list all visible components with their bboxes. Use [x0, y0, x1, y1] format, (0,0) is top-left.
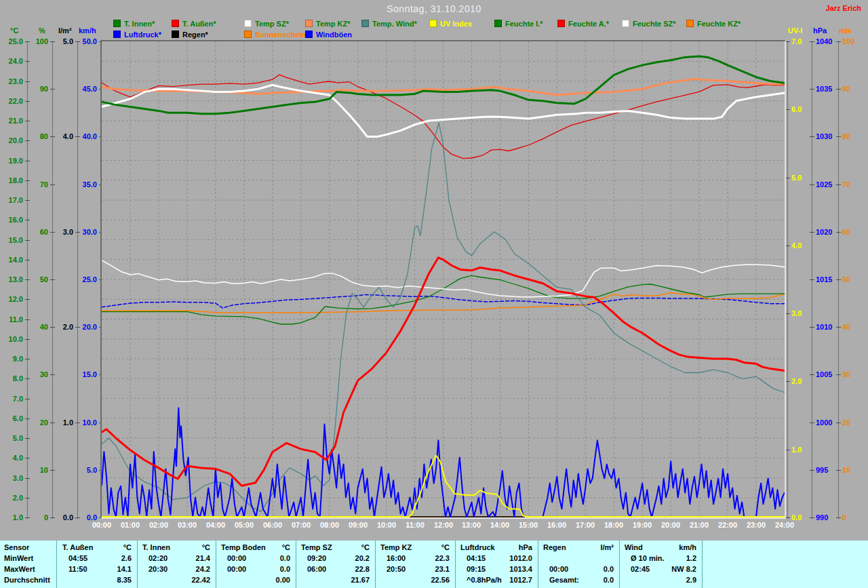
axis-tick	[810, 470, 814, 471]
tick-label-l-m: 5.0	[50, 37, 73, 45]
tick-label-: 40	[25, 323, 48, 331]
tick-label-hpa: 1040	[816, 37, 832, 45]
legend-swatch-uv-index	[429, 20, 437, 27]
x-tick-label: 23:00	[741, 521, 772, 529]
x-tick-label: 05:00	[229, 521, 260, 529]
legend-swatch-temp-sz	[244, 20, 252, 27]
axis-tick	[810, 136, 814, 137]
stat-cell: 20.2	[355, 553, 370, 563]
stat-cell: 06:00	[307, 564, 326, 574]
stat-cell: 23.1	[435, 564, 450, 574]
stat-cell: 11:50	[68, 564, 87, 574]
tick-label-hpa: 1030	[816, 132, 832, 140]
axis-tick	[836, 232, 841, 233]
legend-item-regen: Regen*	[172, 31, 208, 39]
stat-cell: Temp Boden	[221, 543, 266, 552]
tick-label-uv-i: 4.0	[791, 241, 802, 250]
tick-label-km-h: 25.0	[74, 275, 97, 283]
tick-label-: 50	[25, 275, 48, 283]
tick-label-: 80	[25, 132, 48, 140]
stat-cell: 09:20	[307, 553, 326, 563]
stat-cell: 0.0	[604, 575, 614, 585]
axis-tick	[50, 374, 55, 375]
stat-cell: °C	[202, 543, 210, 552]
stats-table: SensorMinWertMaxWertDurchschnittT. Außen…	[0, 541, 868, 588]
legend-item-feuchte-sz: Feuchte SZ*	[622, 20, 676, 28]
axis-tick	[810, 423, 814, 423]
axis-tick	[25, 339, 30, 340]
stat-cell: Regen	[543, 543, 566, 552]
tick-label-c: 25.0	[0, 37, 23, 45]
stat-cell: 04:15	[467, 553, 486, 563]
stat-cell: 00:00	[227, 553, 246, 563]
axis-tick	[25, 399, 30, 399]
stat-cell: Gesamt:	[549, 575, 579, 585]
axis-tick	[785, 109, 790, 110]
chart-canvas	[102, 41, 785, 517]
tick-label-min: 30	[842, 370, 850, 378]
axis-tick	[25, 299, 30, 300]
tick-label-c: 16.0	[0, 216, 23, 224]
author-label: Jarz Erich	[825, 4, 861, 12]
tick-label-min: 100	[842, 37, 854, 45]
legend-label: Temp SZ*	[255, 20, 289, 28]
tick-label-: 0	[25, 513, 48, 522]
tick-label-hpa: 1035	[816, 85, 832, 93]
legend-label: Feuchte A.*	[568, 20, 609, 28]
tick-label-hpa: 1000	[816, 418, 832, 427]
stats-col-regen: Regenl/m²00:000.0Gesamt:0.0	[538, 541, 620, 588]
tick-label-: 100	[25, 37, 48, 45]
axis-tick	[785, 517, 790, 518]
axis-tick	[25, 121, 30, 121]
legend-item-feuchte-kz: Feuchte KZ*	[686, 20, 741, 28]
axis-tick	[25, 220, 30, 220]
legend-item-uv-index: UV Index	[429, 20, 472, 28]
stat-cell: Ø 10 min.	[631, 553, 665, 563]
stat-cell: ^0.8hPa/h	[467, 575, 502, 585]
stat-cell: 21.4	[196, 553, 210, 563]
tick-label-c: 12.0	[0, 295, 23, 303]
stats-col-wind: Windkm/hØ 10 min.1.202:45NW 8.22.9	[620, 541, 703, 588]
stat-cell: Temp KZ	[380, 543, 412, 552]
tick-label-hpa: 1005	[816, 370, 832, 378]
stat-cell: hPa	[519, 543, 532, 552]
tick-label-: 20	[25, 418, 48, 427]
stat-cell: 1013.4	[509, 564, 532, 574]
stat-cell: 0.0	[280, 553, 290, 563]
axis-unit-hpa: hPa	[813, 26, 827, 35]
axis-tick	[836, 41, 841, 42]
tick-label-hpa: 1010	[816, 323, 832, 331]
axis-tick	[25, 498, 30, 498]
axis-tick	[25, 458, 30, 458]
axis-tick	[810, 232, 814, 233]
tick-label-min: 80	[842, 132, 850, 140]
axis-tick	[810, 184, 814, 185]
legend-label: T. Außen*	[182, 20, 216, 28]
tick-label-uv-i: 6.0	[791, 105, 802, 113]
tick-label-c: 7.0	[0, 395, 23, 403]
stat-cell: 02:20	[149, 553, 167, 563]
x-tick-label: 09:00	[342, 521, 374, 529]
axis-unit-c: °C	[10, 26, 18, 35]
stat-cell: 00:00	[549, 564, 568, 574]
axis-tick	[810, 89, 814, 90]
axis-tick	[836, 374, 841, 375]
tick-label-l-m: 1.0	[50, 418, 73, 427]
stat-cell: 22.56	[431, 575, 450, 585]
x-tick-label: 24:00	[769, 521, 800, 529]
x-tick-label: 11:00	[399, 521, 431, 529]
axis-tick	[785, 41, 790, 42]
axis-tick	[785, 313, 790, 314]
stat-cell: 22.8	[355, 564, 370, 574]
axis-tick	[785, 178, 790, 178]
stat-cell: 8.35	[117, 575, 132, 585]
stat-cell: °C	[361, 543, 370, 552]
axis-tick	[785, 381, 790, 382]
tick-label-c: 9.0	[0, 355, 23, 363]
tick-label-: 30	[25, 370, 48, 378]
legend-label: Windböen	[316, 31, 352, 39]
stat-cell: 24.2	[196, 564, 210, 574]
tick-label-: 70	[25, 180, 48, 189]
axis-line-hpa	[812, 41, 812, 519]
tick-label-uv-i: 7.0	[791, 37, 802, 45]
